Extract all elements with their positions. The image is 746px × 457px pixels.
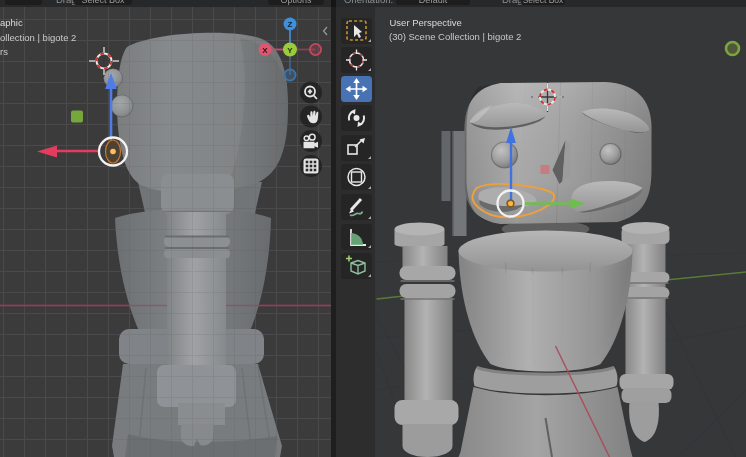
svg-text:X: X bbox=[262, 46, 268, 55]
svg-text:Z: Z bbox=[288, 20, 293, 29]
svg-text:Y: Y bbox=[287, 46, 293, 55]
